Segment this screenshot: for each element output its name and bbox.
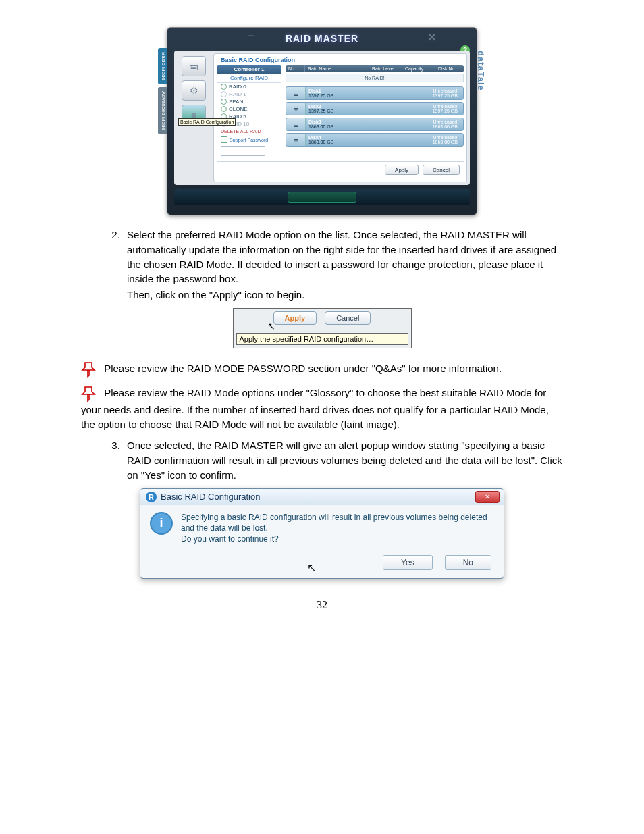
tab-basic-mode[interactable]: Basic Mode [158, 48, 167, 84]
cursor-icon: ↖ [307, 561, 316, 574]
hdd-icon: 🖴 [286, 87, 306, 99]
pushpin-icon [81, 361, 100, 378]
dialog-title: Basic RAID Configuration [161, 492, 260, 502]
no-button[interactable]: No [445, 555, 491, 570]
raid0-option[interactable]: RAID 0 [217, 83, 281, 90]
clone-option[interactable]: CLONE [217, 105, 281, 113]
span-option[interactable]: SPAN [217, 98, 281, 105]
disk-row: 🖴 Disk31863.00 GB Unreleased1863.00 GB [286, 118, 464, 131]
support-password-label: Support Password [230, 138, 268, 142]
note-2: Please review the RAID Mode options unde… [81, 385, 563, 432]
bottom-strip [174, 189, 470, 205]
minimize-icon: — [248, 32, 254, 38]
hdd-icon: 🖴 [286, 118, 306, 130]
app-title: RAID MASTER [286, 33, 358, 44]
disk-row: 🖴 Disk41863.00 GB Unreleased1863.00 GB [286, 133, 464, 147]
nav-icon-device[interactable]: 🖴 [182, 56, 206, 76]
cursor-icon: ↖ [267, 321, 275, 332]
close-icon[interactable]: ✕ [475, 491, 500, 503]
disk-row: 🖴 Disk11397.25 GB Unreleased1397.25 GB [286, 86, 464, 100]
no-raid-row: No RAID! [286, 74, 464, 82]
support-password-checkbox[interactable] [221, 136, 227, 143]
apply-snippet: Apply Cancel ↖ Apply the specified RAID … [233, 308, 412, 348]
close-icon: ✕ [428, 32, 436, 43]
configure-raid-label[interactable]: Configure RAID [217, 74, 281, 83]
app-window: — ✕ ? RAID MASTER Basic Mode Advanced Mo… [167, 27, 477, 215]
apply-button[interactable]: Apply [273, 311, 317, 325]
cancel-button[interactable]: Cancel [325, 311, 371, 325]
confirm-dialog: R Basic RAID Configuration ✕ i Specifyin… [140, 488, 504, 579]
raid-master-screenshot: — ✕ ? RAID MASTER Basic Mode Advanced Mo… [167, 27, 477, 215]
app-badge-icon: R [146, 492, 157, 502]
info-icon: i [150, 512, 173, 535]
nav-tooltip: Basic RAID Configuration [178, 118, 236, 126]
panel-title: Basic RAID Configuration [217, 55, 464, 65]
note-1: Please review the RAID MODE PASSWORD sec… [81, 361, 563, 378]
raid1-option: RAID 1 [217, 90, 281, 98]
tab-advanced-mode[interactable]: Advanced Mode [158, 87, 167, 134]
apply-button[interactable]: Apply [385, 165, 419, 175]
nav-icon-config[interactable]: ⚙ [182, 80, 206, 101]
hdd-icon: 🖴 [286, 134, 306, 146]
controller-header: Controller 1 [217, 65, 281, 74]
page-number: 32 [81, 599, 563, 611]
pushpin-icon [81, 385, 100, 402]
step-2: Select the preferred RAID Mode option on… [123, 228, 563, 303]
delete-all-raid[interactable]: DELETE ALL RAID [217, 128, 281, 135]
cancel-button[interactable]: Cancel [423, 165, 460, 175]
support-password-input[interactable] [221, 146, 265, 156]
nav-icon-raid[interactable]: ▦ Basic RAID Configuration [182, 105, 206, 125]
hdd-icon: 🖴 [286, 103, 306, 115]
disk-row: 🖴 Disk21397.25 GB Unreleased1397.25 GB [286, 102, 464, 115]
yes-button[interactable]: Yes [383, 555, 433, 570]
step-3: Once selected, the RAID MASTER will give… [123, 438, 563, 482]
apply-tooltip: Apply the specified RAID configuration… [236, 333, 408, 345]
dialog-message: Specifying a basic RAID configuration wi… [181, 512, 494, 545]
brand-label: dataTale [476, 51, 486, 91]
raid-table-header: No. Raid Name Raid Level Capacity Disk N… [286, 65, 464, 72]
controller-tree: Controller 1 Configure RAID RAID 0 RAID … [217, 65, 281, 157]
